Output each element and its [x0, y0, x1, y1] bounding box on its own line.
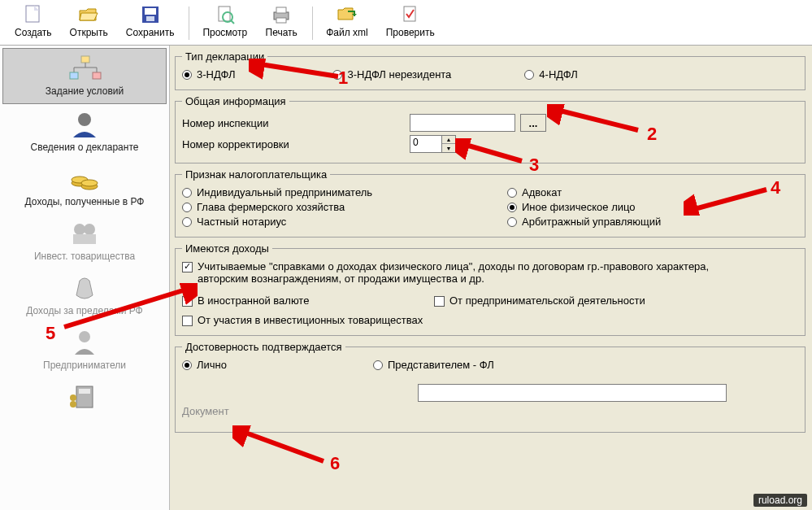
sidebar-item-label: Предприниматели	[43, 360, 126, 371]
sidebar-item-label: Инвест. товарищества	[34, 251, 135, 262]
toolbar-check[interactable]: Проверить	[378, 2, 443, 45]
sidebar-item-label: Сведения о декларанте	[31, 142, 139, 153]
flowchart-icon	[66, 54, 103, 83]
radio-representative-fl[interactable]: Представителем - ФЛ	[373, 359, 494, 371]
group-taxpayer-attribute: Признак налогоплательщика Индивидуальный…	[175, 168, 805, 238]
svg-rect-5	[145, 8, 156, 15]
input-correction-number[interactable]: 0	[410, 135, 442, 153]
spin-down-icon[interactable]: ▼	[442, 144, 455, 152]
radio-3ndfl[interactable]: 3-НДФЛ	[182, 68, 235, 81]
svg-rect-22	[93, 72, 101, 79]
radio-private-notary[interactable]: Частный нотариус	[182, 216, 286, 228]
money-bag-icon	[66, 273, 103, 303]
radio-arbitration-manager[interactable]: Арбитражный управляющий	[507, 216, 661, 228]
label-correction-number: Номер корректировки	[182, 138, 393, 150]
handshake-icon	[66, 219, 103, 248]
radio-other-individual[interactable]: Иное физическое лицо	[507, 201, 636, 213]
input-inspection-number[interactable]	[410, 114, 515, 132]
sidebar-item-label: Доходы, полученные в РФ	[25, 196, 145, 207]
save-icon	[139, 3, 162, 26]
toolbar-save[interactable]: Сохранить	[118, 2, 183, 45]
svg-rect-21	[70, 72, 78, 79]
sidebar-item-deductions[interactable]	[0, 377, 169, 421]
businessman-icon	[66, 328, 103, 357]
sidebar-item-incomes-abroad[interactable]: Доходы за пределами РФ	[0, 268, 169, 323]
svg-marker-3	[80, 13, 98, 20]
content-panel: Тип декларации 3-НДФЛ 3-НДФЛ нерезидента…	[170, 46, 812, 510]
print-icon	[270, 3, 293, 26]
group-incomes: Имеются доходы Учитываемые "справками о …	[175, 242, 805, 336]
radio-advocate[interactable]: Адвокат	[507, 186, 562, 198]
coins-icon	[66, 164, 103, 194]
person-icon	[66, 110, 103, 139]
toolbar-xml-label: Файл xml	[326, 27, 368, 38]
toolbar-separator	[189, 7, 189, 40]
toolbar-create[interactable]: Создать	[7, 2, 60, 45]
sidebar-item-invest[interactable]: Инвест. товарищества	[0, 214, 169, 268]
toolbar-print-label: Печать	[266, 27, 297, 38]
svg-point-31	[79, 331, 90, 342]
svg-rect-15	[404, 7, 415, 21]
svg-point-34	[70, 394, 76, 401]
sidebar-item-entrepreneurs[interactable]: Предприниматели	[0, 323, 169, 377]
svg-point-35	[70, 401, 76, 408]
toolbar-preview[interactable]: Просмотр	[194, 2, 255, 45]
group-legend: Достоверность подтверждается	[182, 341, 345, 353]
svg-line-9	[231, 20, 234, 24]
sidebar-item-declarant[interactable]: Сведения о декларанте	[0, 105, 169, 159]
radio-personally[interactable]: Лично	[182, 359, 227, 371]
folder-open-icon	[77, 3, 100, 26]
new-file-icon	[22, 3, 45, 26]
checkbox-income-certificates[interactable]: Учитываемые "справками о доходах физичес…	[182, 260, 750, 285]
checkbox-entrepreneurial[interactable]: От предпринимательской деятельности	[434, 294, 645, 307]
toolbar-create-label: Создать	[15, 27, 52, 38]
svg-point-23	[78, 113, 91, 126]
svg-rect-12	[276, 18, 286, 23]
checkbox-investment-partnerships[interactable]: От участия в инвестиционных товарищества…	[182, 314, 423, 326]
check-icon	[399, 3, 422, 26]
group-authenticity: Достоверность подтверждается Лично Предс…	[175, 341, 805, 433]
sidebar-item-label: Доходы за пределами РФ	[26, 305, 142, 316]
group-declaration-type: Тип декларации 3-НДФЛ 3-НДФЛ нерезидента…	[175, 50, 805, 90]
svg-rect-0	[26, 6, 39, 22]
sidebar-item-label: Задание условий	[46, 85, 124, 97]
spin-up-icon[interactable]: ▲	[442, 136, 455, 144]
svg-rect-6	[146, 16, 154, 21]
radio-3ndfl-nonresident[interactable]: 3-НДФЛ нерезидента	[332, 68, 451, 81]
toolbar-open[interactable]: Открыть	[62, 2, 116, 45]
group-legend: Тип декларации	[182, 50, 267, 63]
spinner-buttons[interactable]: ▲▼	[442, 135, 456, 153]
label-inspection-number: Номер инспекции	[182, 117, 393, 129]
group-legend: Имеются доходы	[182, 242, 272, 255]
group-legend: Признак налогоплательщика	[182, 168, 330, 181]
toolbar-print[interactable]: Печать	[257, 2, 306, 45]
preview-icon	[214, 3, 237, 26]
sidebar-item-conditions[interactable]: Задание условий	[2, 48, 167, 104]
watermark: ruload.org	[753, 494, 807, 507]
calculator-icon	[66, 382, 103, 412]
group-general-info: Общая информация Номер инспекции ... Ном…	[175, 95, 805, 163]
toolbar-preview-label: Просмотр	[202, 27, 247, 38]
svg-rect-30	[73, 234, 96, 244]
xml-file-icon	[336, 3, 358, 26]
svg-rect-33	[79, 389, 90, 394]
radio-individual-entrepreneur[interactable]: Индивидуальный предприниматель	[182, 186, 372, 198]
toolbar-check-label: Проверить	[386, 27, 435, 38]
button-browse-inspection[interactable]: ...	[520, 114, 546, 132]
toolbar-open-label: Открыть	[70, 27, 108, 38]
toolbar-xml[interactable]: Файл xml	[318, 2, 376, 45]
svg-point-29	[84, 224, 95, 235]
radio-farm-head[interactable]: Глава фермерского хозяйства	[182, 201, 345, 213]
radio-4ndfl[interactable]: 4-НДФЛ	[524, 68, 577, 81]
sidebar: Задание условий Сведения о декларанте До…	[0, 46, 170, 510]
svg-rect-16	[81, 56, 89, 63]
main-toolbar: Создать Открыть Сохранить Просмотр Печат…	[0, 0, 812, 46]
input-fio[interactable]	[418, 384, 727, 402]
svg-point-27	[81, 180, 98, 186]
toolbar-separator	[312, 7, 313, 40]
checkbox-foreign-currency[interactable]: В иностранной валюте	[182, 294, 309, 307]
sidebar-item-incomes-rf[interactable]: Доходы, полученные в РФ	[0, 159, 169, 214]
svg-point-28	[74, 224, 85, 235]
toolbar-save-label: Сохранить	[126, 27, 175, 38]
group-legend: Общая информация	[182, 95, 289, 107]
